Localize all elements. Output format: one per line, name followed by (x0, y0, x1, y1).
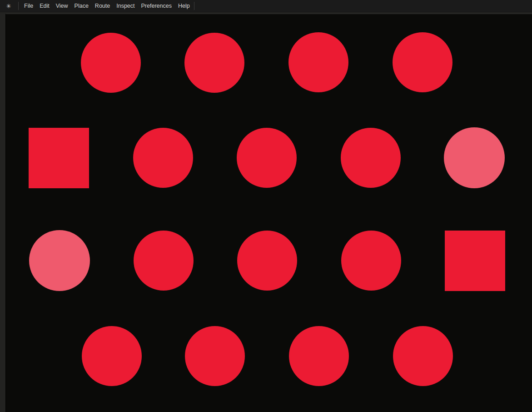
pad-circle[interactable] (237, 128, 297, 188)
pad-square[interactable] (29, 128, 89, 188)
pad-circle[interactable] (393, 32, 452, 92)
menubar-separator (194, 2, 194, 10)
pad-circle[interactable] (82, 326, 142, 386)
menu-route[interactable]: Route (92, 0, 113, 11)
pad-square[interactable] (445, 231, 505, 291)
pad-circle[interactable] (341, 231, 401, 291)
pad-circle[interactable] (134, 231, 194, 291)
menu-help[interactable]: Help (175, 0, 193, 11)
menubar-separator (18, 2, 19, 10)
pad-circle[interactable] (185, 326, 245, 386)
menu-place[interactable]: Place (71, 0, 92, 11)
pad-circle[interactable] (444, 127, 505, 188)
pad-circle[interactable] (81, 33, 141, 93)
pad-circle[interactable] (29, 230, 90, 291)
pad-circle[interactable] (341, 128, 401, 188)
menubar: ✳ File Edit View Place Route Inspect Pre… (0, 0, 532, 12)
menu-file[interactable]: File (21, 0, 36, 11)
pad-circle[interactable] (289, 326, 349, 386)
pcb-canvas[interactable] (5, 14, 532, 412)
app-starburst-icon: ✳ (0, 0, 17, 12)
menu-view[interactable]: View (53, 0, 71, 11)
menu-preferences[interactable]: Preferences (138, 0, 175, 11)
pad-circle[interactable] (184, 33, 244, 93)
menu-edit[interactable]: Edit (36, 0, 53, 11)
menu-inspect[interactable]: Inspect (113, 0, 138, 11)
pad-circle[interactable] (133, 128, 193, 188)
pad-circle[interactable] (237, 231, 297, 291)
pad-circle[interactable] (393, 326, 453, 386)
pad-circle[interactable] (288, 32, 348, 92)
